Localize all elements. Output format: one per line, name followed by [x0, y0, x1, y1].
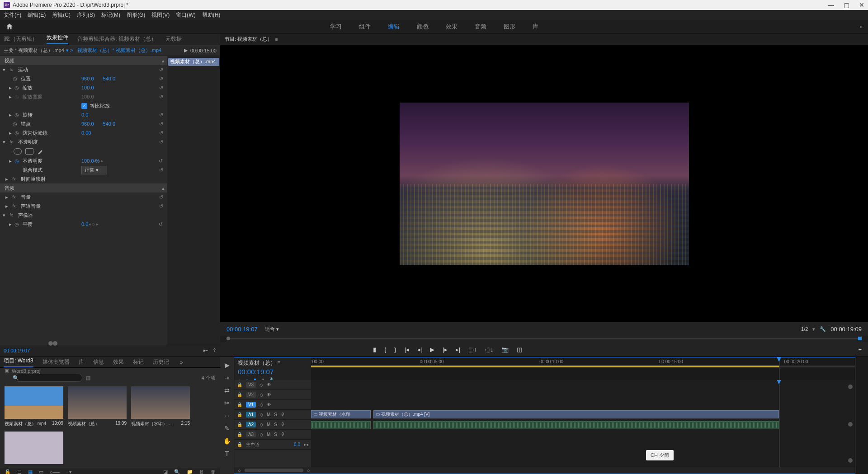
item-thumbnail[interactable] — [5, 386, 63, 419]
lock-icon[interactable]: 🔒 — [237, 382, 242, 387]
toggle-output-icon[interactable]: ◇ — [259, 402, 263, 407]
sequence-timecode[interactable]: 00:00:19:07 — [238, 368, 307, 375]
panel-menu-icon[interactable]: ≡ — [275, 37, 278, 42]
sequence-name[interactable]: 视频素材（总） ≡ — [238, 359, 307, 367]
blend-mode-select[interactable]: 正常 ▾ — [81, 166, 107, 174]
video-clip[interactable]: ▭ 视频素材（总）.mp4 [V] — [373, 410, 778, 418]
stopwatch-icon[interactable]: ◷ — [14, 85, 21, 91]
fx-panner[interactable]: 声像器 — [18, 212, 33, 219]
antiflicker-value[interactable]: 0.00 — [81, 130, 91, 136]
reset-icon[interactable]: ↺ — [157, 139, 165, 145]
menu-view[interactable]: 视图(V) — [151, 11, 170, 19]
rotation-value[interactable]: 0.0 — [81, 112, 88, 117]
stopwatch-icon[interactable]: ◷ — [14, 158, 21, 164]
mute-icon[interactable]: M — [267, 432, 270, 437]
tab-learn[interactable]: 学习 — [330, 23, 342, 31]
tab-editing[interactable]: 编辑 — [388, 23, 400, 31]
menu-graphics[interactable]: 图形(G) — [127, 11, 145, 19]
auto-match-icon[interactable]: ◪ — [163, 469, 168, 474]
timeline-tracks[interactable]: ▭ 视频素材（水印 ▭ 视频素材（总）.mp4 [V] — [311, 380, 855, 467]
caret-icon[interactable] — [9, 221, 14, 227]
mute-icon[interactable]: M — [267, 412, 270, 417]
type-tool-icon[interactable]: T — [225, 450, 229, 457]
export-frame-icon[interactable]: 📷 — [501, 346, 509, 353]
position-y[interactable]: 540.0 — [103, 76, 116, 81]
fx-footer-icon[interactable]: ▸▪ — [203, 347, 208, 353]
ripple-tool-icon[interactable]: ⇄ — [224, 387, 230, 394]
voice-icon[interactable]: 🎙 — [281, 422, 285, 427]
fx-channel-volume[interactable]: 声道音量 — [21, 203, 41, 210]
mark-in-icon[interactable]: { — [384, 346, 386, 353]
menu-help[interactable]: 帮助(H) — [202, 11, 221, 19]
list-view-icon[interactable]: ☰ — [17, 469, 22, 474]
collapse-icon[interactable]: ▸◂ — [304, 442, 308, 447]
stopwatch-icon[interactable]: ◷ — [14, 130, 21, 136]
lock-icon[interactable]: 🔓 — [5, 469, 11, 474]
fx-footer-timecode[interactable]: 00:00:19:07 — [4, 348, 30, 353]
reset-icon[interactable]: ↺ — [157, 221, 165, 227]
go-to-in-icon[interactable]: |◂ — [405, 346, 409, 353]
menu-sequence[interactable]: 序列(S) — [77, 11, 95, 19]
playhead[interactable] — [779, 380, 779, 467]
reset-icon[interactable]: ↺ — [157, 158, 165, 164]
program-scrubber[interactable] — [226, 336, 862, 342]
comparison-icon[interactable]: ◫ — [517, 346, 522, 353]
collapse-icon[interactable]: ▴ — [162, 185, 165, 191]
project-item[interactable]: 视频素材（总）.mp419:09 — [5, 386, 63, 427]
search-input[interactable] — [14, 374, 82, 382]
tab-history[interactable]: 历史记 — [153, 358, 169, 366]
uniform-checkbox[interactable]: ✓ — [81, 103, 87, 109]
tab-metadata[interactable]: 元数据 — [165, 35, 182, 43]
fx-clip-crumb[interactable]: 视频素材（总）* 视频素材（总）.mp4 — [77, 47, 161, 54]
lock-icon[interactable]: 🔒 — [237, 412, 242, 417]
selection-tool-icon[interactable]: ▶ — [225, 361, 230, 369]
maximize-button[interactable]: ▢ — [844, 1, 849, 9]
freeform-view-icon[interactable]: ▭ — [39, 469, 43, 474]
eye-icon[interactable]: 👁 — [267, 392, 271, 397]
solo-icon[interactable]: S — [274, 422, 277, 427]
tab-project[interactable]: 项目: Word3 — [4, 357, 33, 367]
lock-icon[interactable]: 🔒 — [237, 432, 242, 437]
lock-icon[interactable]: 🔒 — [237, 402, 242, 407]
solo-icon[interactable]: S — [274, 412, 277, 417]
timeline-ruler[interactable]: :00:00 00:00:05:00 00:00:10:00 00:00:15:… — [311, 357, 855, 380]
zoom-select[interactable]: 适合 ▾ — [265, 326, 279, 333]
button-editor-icon[interactable]: + — [858, 346, 862, 353]
filter-icon[interactable]: ▥ — [86, 375, 90, 381]
anchor-y[interactable]: 540.0 — [103, 121, 116, 127]
delete-icon[interactable]: 🗑 — [211, 469, 216, 474]
program-viewport[interactable] — [220, 45, 868, 322]
fx-motion[interactable]: 运动 — [18, 66, 28, 73]
menu-clip[interactable]: 剪辑(C) — [52, 11, 71, 19]
close-button[interactable]: ✕ — [859, 1, 864, 9]
item-thumbnail[interactable] — [5, 432, 63, 464]
master-value[interactable]: 0.0 — [294, 442, 300, 447]
extract-icon[interactable]: ⬚↓ — [485, 346, 494, 353]
fx-badge-icon[interactable]: fx — [11, 176, 17, 182]
project-item[interactable]: 视频素材（总）19:09 — [68, 386, 127, 427]
stopwatch-icon[interactable]: ◷ — [14, 221, 21, 227]
opacity-value[interactable]: 100.0 % — [81, 158, 99, 164]
reset-icon[interactable]: ↺ — [157, 85, 165, 91]
item-thumbnail[interactable] — [68, 386, 127, 419]
bin-icon[interactable]: ▣ — [5, 368, 9, 374]
lift-icon[interactable]: ⬚↑ — [468, 346, 477, 353]
track-master[interactable]: 主声道 — [246, 441, 259, 448]
project-item[interactable] — [5, 432, 63, 464]
tab-markers[interactable]: 标记 — [133, 358, 144, 366]
reset-icon[interactable]: ↺ — [157, 112, 165, 118]
minimize-button[interactable]: — — [828, 1, 834, 9]
eye-icon[interactable]: 👁 — [267, 402, 271, 407]
caret-icon[interactable] — [9, 112, 14, 118]
step-forward-icon[interactable]: |▸ — [443, 346, 447, 353]
menu-edit[interactable]: 编辑(E) — [28, 11, 46, 19]
workspace-overflow-icon[interactable]: » — [860, 24, 863, 29]
new-item-icon[interactable]: 🗎 — [199, 469, 204, 474]
tab-graphics[interactable]: 图形 — [504, 23, 515, 31]
audio-clip[interactable] — [373, 421, 778, 429]
add-marker-icon[interactable]: ▮ — [373, 346, 376, 353]
caret-icon[interactable] — [3, 67, 8, 73]
lock-icon[interactable]: 🔒 — [237, 422, 242, 427]
caret-icon[interactable] — [5, 176, 11, 182]
caret-icon[interactable] — [3, 212, 8, 218]
